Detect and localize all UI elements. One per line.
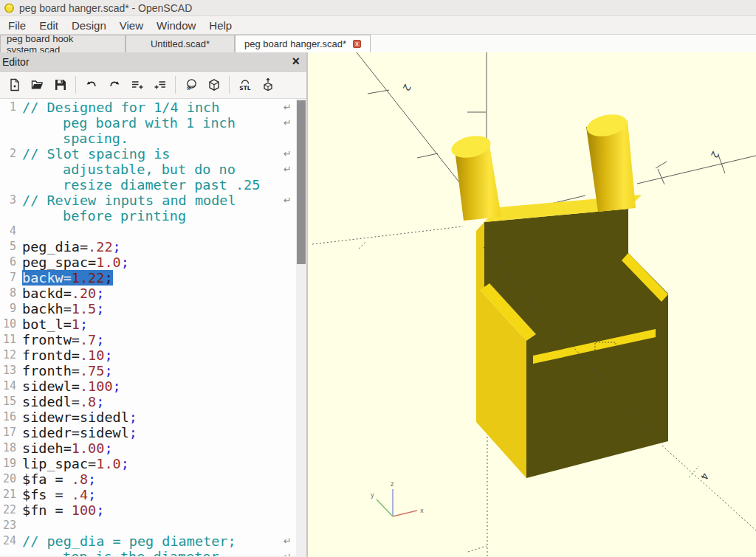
redo-button[interactable] <box>103 75 126 95</box>
line-number: 5 <box>0 239 16 255</box>
render-button[interactable] <box>202 75 225 95</box>
code-line[interactable]: 7backw=1.22; <box>0 270 306 286</box>
code-line[interactable]: 21$fs = .4; <box>0 487 306 502</box>
code-line[interactable]: 2// Slot spacing is↵ <box>0 146 306 162</box>
token-com: top is the diameter - <box>63 549 236 556</box>
code-text: sidedr=sidewl; <box>22 425 137 440</box>
code-line[interactable]: 5peg_dia=.22; <box>0 239 306 255</box>
line-number: 19 <box>0 456 16 471</box>
token-semi: ; <box>88 487 96 502</box>
indent-icon <box>153 77 168 92</box>
line-number: 11 <box>0 332 16 347</box>
code-line[interactable]: 13fronth=.75; <box>0 363 306 378</box>
tab-untitled-scad-[interactable]: Untitled.scad* <box>126 35 235 52</box>
code-text: peg board with 1 inch <box>63 115 236 131</box>
tab-label: peg board hanger.scad* <box>244 38 346 49</box>
3d-viewport[interactable]: 2 2 4 z y x <box>308 52 756 557</box>
preview-button[interactable]: » <box>179 75 202 95</box>
menu-item-view[interactable]: View <box>113 18 150 33</box>
code-editor[interactable]: 1// Designed for 1/4 inch↵peg board with… <box>0 99 306 556</box>
token-num: 1.0 <box>96 456 120 471</box>
editor-panel-title: Editor <box>0 56 285 68</box>
tab-peg-board-hanger-scad-[interactable]: peg board hanger.scad*x <box>235 35 371 52</box>
code-line[interactable]: 3// Review inputs and model↵ <box>0 193 306 208</box>
token-num: .4 <box>72 487 88 502</box>
code-line[interactable]: 9backh=1.5; <box>0 301 306 316</box>
line-wrap-icon: ↵ <box>284 146 292 162</box>
code-line[interactable]: 1// Designed for 1/4 inch↵ <box>0 100 306 115</box>
gizmo-x-label: x <box>420 508 424 514</box>
editor-scrollbar[interactable] <box>296 99 306 556</box>
token-com: // Review inputs and model <box>22 193 236 208</box>
line-wrap-icon: ↵ <box>284 533 292 549</box>
line-wrap-icon: ↵ <box>284 115 292 131</box>
redo-icon <box>107 77 122 92</box>
token-id: sidedl= <box>22 394 80 409</box>
code-line[interactable]: 17sidedr=sidewl; <box>0 425 306 440</box>
export-stl-button[interactable]: STL <box>233 75 256 95</box>
code-line[interactable]: 8backd=.20; <box>0 286 306 301</box>
code-line[interactable]: 19lip_spac=1.0; <box>0 456 306 471</box>
code-line[interactable]: 20$fa = .8; <box>0 471 306 487</box>
line-number: 24 <box>0 533 16 549</box>
code-line[interactable]: 6peg_spac=1.0; <box>0 255 306 270</box>
editor-scrollbar-thumb[interactable] <box>297 100 306 264</box>
code-line[interactable]: peg board with 1 inch↵ <box>0 115 306 131</box>
code-text: // Designed for 1/4 inch <box>22 100 219 115</box>
indent-button[interactable] <box>148 75 171 95</box>
editor-close-button[interactable]: × <box>285 54 306 69</box>
menu-item-edit[interactable]: Edit <box>32 18 65 33</box>
code-line[interactable]: 16sidewr=sidedl; <box>0 409 306 425</box>
menu-item-window[interactable]: Window <box>150 18 202 33</box>
unindent-button[interactable] <box>126 75 148 95</box>
code-line[interactable]: adjustable, but do no↵ <box>0 162 306 177</box>
code-text: sideh=1.00; <box>22 440 113 456</box>
code-line[interactable]: before printing <box>0 208 306 224</box>
tab-peg-board-hook-system-scad[interactable]: peg board hook system.scad <box>0 35 126 52</box>
menu-item-help[interactable]: Help <box>202 18 238 33</box>
code-line[interactable]: 23 <box>0 518 306 533</box>
line-number: 13 <box>0 363 16 378</box>
tab-close-button[interactable]: x <box>353 40 361 48</box>
code-text: sidewl=.100; <box>22 378 121 394</box>
code-line[interactable]: top is the diameter -↵ <box>0 549 306 556</box>
code-text: frontd=.10; <box>22 347 113 363</box>
code-line[interactable]: 11frontw=.7; <box>0 332 306 347</box>
code-line[interactable]: 14sidewl=.100; <box>0 378 306 394</box>
code-line[interactable]: 12frontd=.10; <box>0 347 306 363</box>
tab-label: peg board hook system.scad <box>7 33 119 55</box>
menu-item-file[interactable]: File <box>1 18 32 33</box>
undo-icon <box>84 77 99 92</box>
token-com: before printing <box>63 208 186 224</box>
code-line[interactable]: spacing. <box>0 131 306 146</box>
undo-button[interactable] <box>80 75 103 95</box>
token-num: 100 <box>72 502 96 518</box>
openscad-window: peg board hanger.scad* - OpenSCAD FileEd… <box>0 0 756 557</box>
toolbar-separator <box>175 76 176 94</box>
code-line[interactable]: resize diameter past .25 <box>0 177 306 193</box>
token-num: .100 <box>80 378 113 394</box>
token-semi: ; <box>113 378 121 394</box>
menu-item-design[interactable]: Design <box>65 18 113 33</box>
save-file-button[interactable] <box>49 75 72 95</box>
token-id: frontw= <box>22 332 80 347</box>
token-id: frontd= <box>22 347 80 363</box>
send-to-printer-button[interactable] <box>256 75 279 95</box>
code-line[interactable]: 18sideh=1.00; <box>0 440 306 456</box>
code-line[interactable]: 4 <box>0 224 306 239</box>
code-line[interactable]: 24// peg_dia = peg diameter;↵ <box>0 533 306 549</box>
code-line[interactable]: 10bot_l=1; <box>0 316 306 332</box>
token-id: $fn = <box>22 502 72 518</box>
token-num: .7 <box>80 332 96 347</box>
line-wrap-icon: ↵ <box>284 100 292 115</box>
token-semi: ; <box>96 286 104 301</box>
new-file-button[interactable] <box>3 75 26 95</box>
open-file-button[interactable] <box>26 75 49 95</box>
code-line[interactable]: 15sidedl=.8; <box>0 394 306 409</box>
line-number: 7 <box>0 270 16 286</box>
code-line[interactable]: 22$fn = 100; <box>0 502 306 518</box>
code-text: resize diameter past .25 <box>63 177 260 193</box>
token-num: .8 <box>72 471 88 487</box>
token-id: sideh= <box>22 440 72 456</box>
line-wrap-icon: ↵ <box>284 162 292 177</box>
